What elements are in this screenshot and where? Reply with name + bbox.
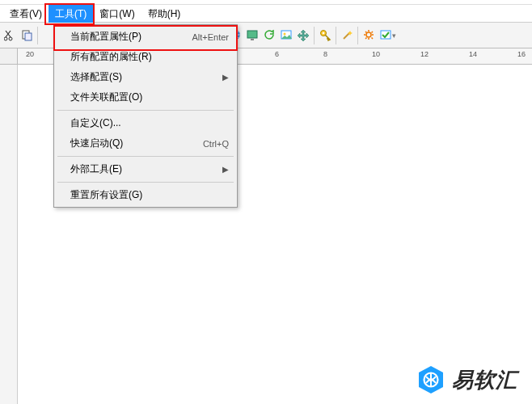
refresh-icon[interactable]	[261, 27, 277, 44]
svg-rect-5	[247, 31, 257, 38]
menu-item-label: 外部工具(E)	[70, 162, 216, 176]
ruler-tick: 6	[275, 50, 279, 58]
menu-separator	[57, 156, 234, 157]
toolbar-separator	[314, 27, 315, 44]
menu-item-shortcut: Ctrl+Q	[203, 139, 229, 149]
menu-separator	[57, 110, 234, 111]
copy-icon[interactable]	[19, 27, 35, 44]
wand-icon[interactable]	[339, 27, 355, 44]
svg-point-0	[4, 37, 7, 40]
gear-icon[interactable]	[361, 27, 377, 44]
svg-rect-3	[25, 33, 32, 40]
key-icon[interactable]	[317, 27, 333, 44]
watermark-logo-icon	[416, 365, 445, 394]
menu-bar: 查看(V) 工具(T) 窗口(W) 帮助(H)	[0, 5, 532, 23]
toolbar-separator	[357, 27, 358, 44]
menu-current-config-properties[interactable]: 当前配置属性(P) Alt+Enter	[54, 27, 237, 47]
menu-help[interactable]: 帮助(H)	[141, 5, 188, 23]
menu-item-label: 快速启动(Q)	[70, 137, 196, 150]
screen-icon[interactable]	[244, 27, 260, 44]
svg-point-8	[283, 33, 285, 36]
svg-rect-6	[251, 39, 254, 40]
check-icon[interactable]	[378, 27, 394, 44]
ruler-tick: 16	[517, 50, 526, 58]
menu-view[interactable]: 查看(V)	[3, 5, 49, 23]
submenu-arrow-icon: ▶	[222, 165, 229, 174]
submenu-arrow-icon: ▶	[222, 73, 229, 82]
tools-dropdown: 当前配置属性(P) Alt+Enter 所有配置的属性(R) 选择配置(S) ▶…	[53, 24, 238, 208]
toolbar-separator	[37, 27, 38, 44]
vertical-ruler	[0, 65, 18, 404]
toolbar-separator	[336, 27, 336, 44]
menu-all-config-properties[interactable]: 所有配置的属性(R)	[54, 47, 237, 67]
menu-external-tools[interactable]: 外部工具(E) ▶	[54, 159, 237, 179]
menu-file-association-config[interactable]: 文件关联配置(O)	[54, 87, 237, 107]
ruler-tick: 8	[323, 50, 327, 58]
ruler-tick: 20	[26, 50, 34, 58]
menu-window[interactable]: 窗口(W)	[93, 5, 141, 23]
menu-tools[interactable]: 工具(T)	[49, 5, 93, 23]
ruler-tick: 10	[372, 50, 380, 58]
menu-item-label: 文件关联配置(O)	[70, 90, 229, 104]
watermark: 易软汇	[416, 365, 517, 394]
menu-separator	[57, 182, 234, 183]
ruler-corner	[0, 48, 18, 65]
menu-item-label: 所有配置的属性(R)	[70, 50, 229, 64]
ruler-tick: 14	[469, 50, 477, 58]
menu-item-label: 当前配置属性(P)	[70, 30, 185, 44]
svg-point-10	[322, 32, 324, 35]
ruler-tick: 12	[420, 50, 429, 58]
menu-item-label: 自定义(C)...	[70, 116, 229, 130]
svg-rect-12	[381, 31, 391, 39]
menu-item-shortcut: Alt+Enter	[192, 32, 229, 42]
menu-select-config[interactable]: 选择配置(S) ▶	[54, 67, 237, 87]
arrows-icon[interactable]	[295, 27, 311, 44]
dropdown-chevron-icon[interactable]: ▾	[392, 32, 396, 40]
cut-icon[interactable]	[2, 27, 18, 44]
menu-item-label: 重置所有设置(G)	[70, 188, 229, 202]
menu-reset-all-settings[interactable]: 重置所有设置(G)	[54, 185, 237, 205]
menu-item-label: 选择配置(S)	[70, 70, 216, 84]
menu-quick-launch[interactable]: 快速启动(Q) Ctrl+Q	[54, 133, 237, 154]
image-icon[interactable]	[278, 27, 294, 44]
svg-point-11	[366, 32, 371, 37]
watermark-text: 易软汇	[452, 366, 517, 394]
menu-customize[interactable]: 自定义(C)...	[54, 113, 237, 133]
svg-point-1	[9, 37, 12, 40]
